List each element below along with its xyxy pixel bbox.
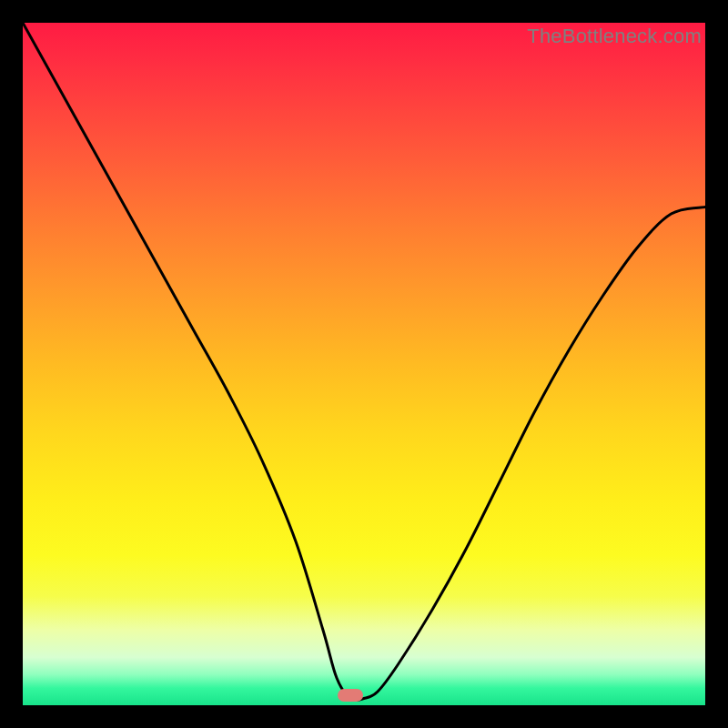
plot-area: TheBottleneck.com <box>23 23 705 705</box>
svg-rect-0 <box>23 23 705 705</box>
background-gradient <box>23 23 705 705</box>
watermark-text: TheBottleneck.com <box>527 25 702 48</box>
bottleneck-marker <box>338 689 363 702</box>
chart-frame: TheBottleneck.com <box>23 23 705 705</box>
